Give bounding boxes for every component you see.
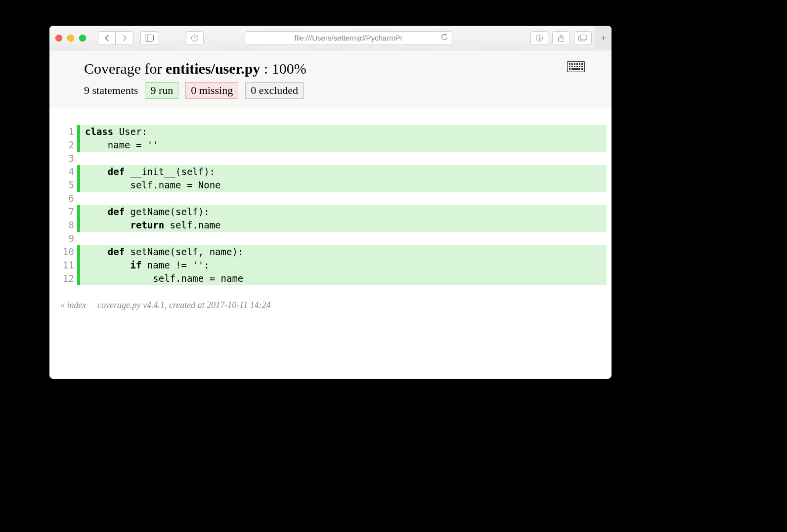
code-line: 1class User:	[49, 125, 612, 138]
svg-rect-11	[576, 63, 578, 65]
keyboard-shortcuts-button[interactable]	[567, 61, 585, 72]
tabs-icon	[578, 35, 587, 42]
tabs-button[interactable]	[574, 31, 592, 45]
source-text: class User:	[80, 125, 607, 138]
svg-rect-21	[571, 68, 580, 70]
keyboard-icon	[567, 61, 585, 72]
reload-icon	[441, 34, 448, 41]
coverage-header: Coverage for entities/user.py : 100% 9 s…	[49, 50, 612, 108]
browser-window: file:///Users/settermjd/PycharmPr	[49, 26, 612, 379]
svg-rect-15	[571, 66, 573, 67]
code-line: 11 if name != '':	[49, 259, 612, 272]
footer: « index coverage.py v4.4.1, created at 2…	[49, 285, 612, 310]
titlebar: file:///Users/settermjd/PycharmPr	[49, 26, 612, 50]
sidebar-button[interactable]	[140, 31, 158, 45]
source-text	[80, 152, 607, 165]
stats-row: 9 statements 9 run 0 missing 0 excluded	[84, 82, 577, 99]
line-number: 10	[49, 245, 77, 259]
code-line: 3	[49, 152, 612, 165]
svg-rect-6	[580, 35, 587, 40]
line-number: 11	[49, 259, 77, 272]
line-number: 8	[49, 219, 77, 232]
new-tab-button[interactable]: +	[595, 26, 612, 50]
code-line: 9	[49, 232, 612, 245]
excluded-pill[interactable]: 0 excluded	[245, 82, 304, 99]
title-suffix: : 100%	[260, 60, 306, 77]
svg-rect-13	[581, 63, 583, 65]
svg-rect-19	[581, 66, 583, 67]
title-filename: entities/user.py	[166, 60, 260, 77]
footer-meta: coverage.py v4.4.1, created at 2017-10-1…	[97, 300, 270, 310]
reload-button[interactable]	[441, 34, 448, 42]
svg-rect-12	[579, 63, 580, 65]
share-icon	[558, 34, 565, 42]
svg-rect-17	[576, 66, 578, 67]
svg-rect-8	[569, 63, 570, 65]
clock-icon	[191, 34, 199, 42]
missing-pill[interactable]: 0 missing	[185, 82, 238, 99]
run-pill[interactable]: 9 run	[145, 82, 178, 99]
chevron-right-icon	[122, 35, 127, 42]
title-prefix: Coverage for	[84, 60, 166, 77]
zoom-window-button[interactable]	[79, 35, 86, 42]
statements-count: 9 statements	[84, 84, 138, 97]
sidebar-icon	[145, 35, 154, 42]
nav-buttons	[98, 31, 133, 45]
page-content: Coverage for entities/user.py : 100% 9 s…	[49, 50, 612, 379]
svg-rect-9	[571, 63, 573, 65]
source-text: self.name = name	[80, 272, 607, 285]
source-text: def setName(self, name):	[80, 245, 607, 259]
download-icon	[535, 34, 543, 42]
svg-rect-20	[569, 68, 570, 70]
line-number: 5	[49, 178, 77, 192]
code-line: 6	[49, 192, 612, 205]
code-line: 4 def __init__(self):	[49, 165, 612, 178]
traffic-lights	[55, 35, 86, 42]
svg-rect-10	[574, 63, 575, 65]
back-button[interactable]	[98, 31, 116, 45]
source-text: self.name = None	[80, 178, 607, 192]
url-text: file:///Users/settermjd/PycharmPr	[294, 34, 402, 42]
close-window-button[interactable]	[55, 35, 62, 42]
svg-rect-16	[574, 66, 575, 67]
code-line: 2 name = ''	[49, 138, 612, 152]
line-number: 12	[49, 272, 77, 285]
source-text: def getName(self):	[80, 205, 607, 219]
source-text	[80, 192, 607, 205]
index-link[interactable]: « index	[60, 300, 86, 310]
page-title: Coverage for entities/user.py : 100%	[84, 60, 577, 77]
source-code: 1class User:2 name = ''34 def __init__(s…	[49, 108, 612, 285]
svg-rect-22	[581, 68, 583, 70]
line-number: 9	[49, 232, 77, 245]
line-number: 3	[49, 152, 77, 165]
source-text: return self.name	[80, 219, 607, 232]
svg-rect-0	[145, 35, 154, 41]
source-text	[80, 232, 607, 245]
history-button[interactable]	[186, 31, 204, 45]
downloads-button[interactable]	[530, 31, 548, 45]
address-bar[interactable]: file:///Users/settermjd/PycharmPr	[245, 31, 452, 45]
svg-rect-14	[569, 66, 570, 67]
share-button[interactable]	[552, 31, 570, 45]
line-number: 6	[49, 192, 77, 205]
line-number: 4	[49, 165, 77, 178]
code-line: 10 def setName(self, name):	[49, 245, 612, 259]
source-text: if name != '':	[80, 259, 607, 272]
code-line: 8 return self.name	[49, 219, 612, 232]
source-text: name = ''	[80, 138, 607, 152]
forward-button[interactable]	[116, 31, 133, 45]
svg-rect-18	[579, 66, 580, 67]
chevron-left-icon	[104, 35, 109, 42]
code-line: 7 def getName(self):	[49, 205, 612, 219]
source-text: def __init__(self):	[80, 165, 607, 178]
line-number: 2	[49, 138, 77, 152]
code-line: 5 self.name = None	[49, 178, 612, 192]
line-number: 1	[49, 125, 77, 138]
line-number: 7	[49, 205, 77, 219]
code-line: 12 self.name = name	[49, 272, 612, 285]
minimize-window-button[interactable]	[67, 35, 74, 42]
